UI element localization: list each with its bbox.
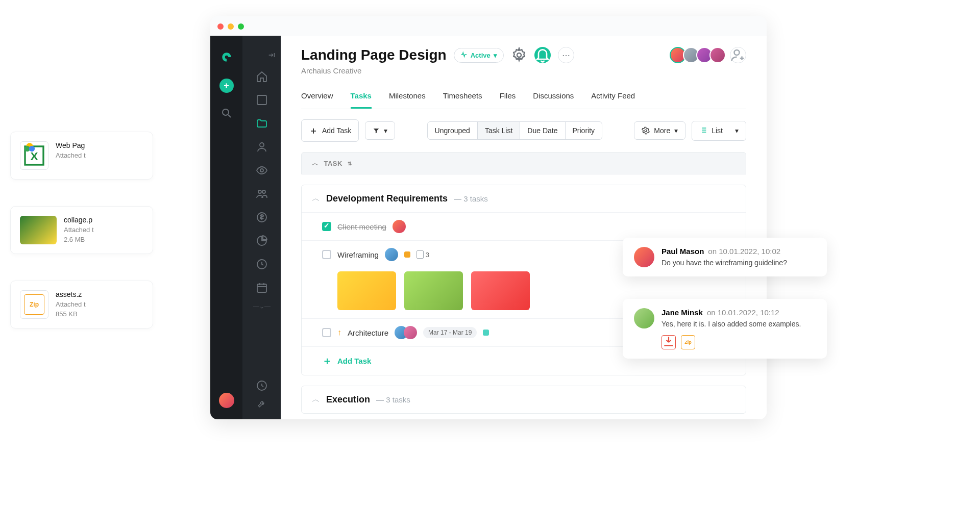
traffic-lights[interactable] (217, 23, 244, 30)
board-icon[interactable] (256, 94, 268, 106)
settings-button[interactable] (511, 47, 527, 63)
bg-file-card: collage.p Attached t 2.6 MB (10, 206, 153, 254)
tab-tasks[interactable]: Tasks (351, 86, 372, 109)
more-button[interactable]: ⋯ (558, 47, 574, 63)
more-options-button[interactable]: More▾ (634, 121, 685, 140)
tab-milestones[interactable]: Milestones (389, 86, 426, 109)
date-pill: Mar 17 - Mar 19 (423, 327, 477, 338)
thumbnail[interactable] (404, 271, 463, 310)
svg-point-15 (517, 53, 521, 57)
file-name: collage.p (64, 216, 94, 224)
tag-badge (483, 330, 489, 336)
home-icon[interactable] (256, 70, 268, 83)
tab-timesheets[interactable]: Timesheets (443, 86, 482, 109)
svg-rect-6 (257, 95, 266, 105)
status-pill[interactable]: Active ▾ (454, 48, 504, 63)
list-icon (699, 126, 707, 136)
svg-point-7 (260, 143, 264, 147)
toolbar: ＋Add Task ▾ Ungrouped Task List Due Date… (281, 109, 767, 152)
comment-card: Paul Masonon 10.01.2022, 10:02 Do you ha… (623, 238, 827, 276)
content-area: Landing Page Design Active ▾ ⋯ Archaius … (281, 36, 767, 419)
svg-point-5 (223, 109, 229, 115)
attachment-count[interactable]: 3 (416, 250, 429, 259)
add-member-button[interactable] (730, 47, 746, 63)
task-checkbox[interactable] (322, 222, 331, 231)
members-row (673, 47, 746, 63)
task-checkbox[interactable] (322, 328, 331, 337)
comment-avatar[interactable] (634, 308, 654, 328)
zip-icon[interactable]: Zip (681, 335, 695, 349)
collapse-icon[interactable] (267, 51, 276, 59)
group-count: — 3 tasks (376, 395, 410, 404)
member-avatar[interactable] (709, 47, 726, 63)
svg-text:X: X (30, 150, 38, 163)
seg-duedate[interactable]: Due Date (520, 122, 565, 139)
primary-sidebar: + (210, 36, 242, 419)
history-icon[interactable] (256, 380, 268, 392)
chart-icon[interactable] (256, 235, 268, 247)
chevron-down-icon: ▾ (494, 52, 497, 59)
svg-point-16 (734, 50, 740, 55)
wrench-icon[interactable] (257, 399, 266, 408)
app-logo-icon[interactable] (220, 51, 233, 64)
eye-icon[interactable] (256, 164, 268, 176)
assignee-avatar[interactable] (385, 248, 398, 261)
photo-thumb (20, 216, 57, 244)
assignee-avatar[interactable] (393, 220, 406, 233)
collapse-icon[interactable]: ︿ (312, 193, 320, 204)
expand-icon[interactable] (254, 305, 270, 310)
tag-badge (404, 251, 410, 258)
assignee-avatar[interactable] (404, 326, 417, 339)
current-user-avatar[interactable] (219, 393, 234, 408)
clock-icon[interactable] (256, 258, 268, 270)
file-sub: Attached t (56, 151, 86, 159)
task-row[interactable]: Client meeting (302, 212, 746, 240)
tab-files[interactable]: Files (500, 86, 516, 109)
collapse-icon: ︿ (312, 159, 319, 168)
tab-activity[interactable]: Activity Feed (591, 86, 635, 109)
notifications-button[interactable] (534, 47, 551, 63)
folder-icon[interactable] (256, 117, 268, 130)
svg-rect-13 (257, 284, 266, 292)
pdf-icon[interactable] (662, 335, 676, 349)
task-column-header[interactable]: ︿ TASK ⇅ (301, 152, 746, 174)
tab-discussions[interactable]: Discussions (533, 86, 574, 109)
project-title: Landing Page Design (301, 47, 447, 63)
thumbnail[interactable] (337, 271, 396, 310)
seg-tasklist[interactable]: Task List (478, 122, 520, 139)
seg-priority[interactable]: Priority (566, 122, 602, 139)
svg-point-4 (29, 146, 35, 151)
secondary-sidebar (242, 36, 281, 419)
task-footer: 7 Tasks (301, 414, 746, 419)
filter-button[interactable]: ▾ (365, 121, 395, 140)
calendar-icon[interactable] (256, 282, 268, 294)
search-icon[interactable] (220, 107, 233, 119)
global-add-button[interactable]: + (219, 79, 234, 93)
zip-icon: Zip (20, 290, 48, 319)
status-label: Active (471, 52, 491, 59)
collapse-icon[interactable]: ︿ (312, 394, 320, 405)
add-task-button[interactable]: ＋Add Task (301, 119, 359, 142)
priority-up-icon: ↑ (337, 328, 341, 337)
team-icon[interactable] (256, 188, 268, 200)
tab-overview[interactable]: Overview (301, 86, 333, 109)
seg-ungrouped[interactable]: Ungrouped (428, 122, 478, 139)
user-icon[interactable] (256, 141, 268, 153)
dollar-icon[interactable] (256, 211, 268, 223)
view-switch-button[interactable]: List▾ (692, 121, 746, 141)
file-size: 855 KB (56, 310, 86, 318)
thumbnail[interactable] (471, 271, 530, 310)
comment-text: Do you have the wireframing guideline? (662, 259, 787, 267)
project-org: Archaius Creative (301, 66, 746, 75)
comment-avatar[interactable] (634, 247, 654, 267)
comment-timestamp: on 10.01.2022, 10:02 (708, 247, 780, 256)
group-count: — 3 tasks (454, 194, 488, 203)
group-name: Execution (326, 394, 370, 405)
comment-author: Paul Mason (662, 247, 704, 256)
app-window: + Landing Pa (210, 16, 767, 419)
group-by-segmented: Ungrouped Task List Due Date Priority (427, 121, 602, 140)
pulse-icon (460, 51, 468, 60)
comment-timestamp: on 10.01.2022, 10:12 (707, 308, 779, 317)
file-sub: Attached t (56, 300, 86, 308)
task-checkbox[interactable] (322, 250, 331, 259)
